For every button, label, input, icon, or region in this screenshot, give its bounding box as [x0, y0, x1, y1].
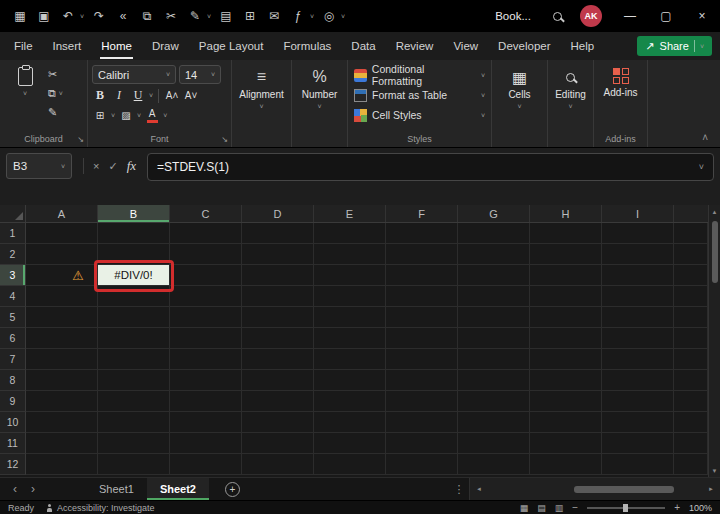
maximize-button[interactable]: ▢	[648, 0, 684, 32]
cell-F9[interactable]	[386, 391, 458, 412]
cell-E7[interactable]	[314, 349, 386, 370]
increase-font-button[interactable]: A˄	[164, 87, 180, 104]
redo-icon[interactable]: ↷	[87, 2, 111, 30]
cell-C1[interactable]	[170, 223, 242, 244]
cell-C3[interactable]	[170, 265, 242, 286]
menu-grid-icon[interactable]: ▦	[8, 2, 32, 30]
page-layout-view-icon[interactable]: ▤	[537, 503, 546, 513]
cell-C10[interactable]	[170, 412, 242, 433]
row-header-1[interactable]: 1	[0, 223, 26, 244]
cell-E9[interactable]	[314, 391, 386, 412]
font-dialog-launcher-icon[interactable]: ↘	[221, 135, 228, 144]
cell-E6[interactable]	[314, 328, 386, 349]
collapse-ribbon-icon[interactable]: ˄	[702, 132, 708, 143]
cell-G3[interactable]	[458, 265, 530, 286]
font-name-select[interactable]: Calibri ˅	[92, 65, 176, 84]
cell-C4[interactable]	[170, 286, 242, 307]
vertical-scrollbar-thumb[interactable]	[712, 221, 718, 283]
error-warning-icon[interactable]: ⚠	[69, 266, 87, 284]
minimize-button[interactable]: —	[612, 0, 648, 32]
accessibility-status[interactable]: Accessibility: Investigate	[46, 503, 155, 513]
tab-draw[interactable]: Draw	[142, 32, 189, 60]
record-macro-dropdown-icon[interactable]: ˅	[338, 2, 348, 30]
cell-F1[interactable]	[386, 223, 458, 244]
cell-C5[interactable]	[170, 307, 242, 328]
cell-B6[interactable]	[98, 328, 170, 349]
cell-E2[interactable]	[314, 244, 386, 265]
cell-A9[interactable]	[26, 391, 98, 412]
cell-F10[interactable]	[386, 412, 458, 433]
paste-button[interactable]: ˅	[8, 65, 42, 121]
tab-page-layout[interactable]: Page Layout	[189, 32, 274, 60]
cell-B10[interactable]	[98, 412, 170, 433]
column-header-G[interactable]: G	[458, 205, 530, 222]
cell-G7[interactable]	[458, 349, 530, 370]
horizontal-scrollbar[interactable]: ◄ ►	[469, 478, 720, 500]
cell-C12[interactable]	[170, 454, 242, 475]
tab-view[interactable]: View	[443, 32, 488, 60]
add-sheet-button[interactable]: +	[225, 482, 240, 497]
cell-D11[interactable]	[242, 433, 314, 454]
select-all-corner[interactable]	[0, 205, 26, 222]
editing-group-button[interactable]: Editing ˅	[548, 60, 594, 147]
alignment-group-button[interactable]: ≡ Alignment ˅	[232, 60, 292, 147]
italic-button[interactable]: I	[111, 87, 127, 104]
next-sheet-icon[interactable]: ›	[24, 478, 42, 500]
horizontal-scrollbar-thumb[interactable]	[574, 486, 674, 493]
tab-formulas[interactable]: Formulas	[273, 32, 341, 60]
name-box[interactable]: B3 ˅	[6, 153, 72, 179]
tab-file[interactable]: File	[4, 32, 43, 60]
number-group-button[interactable]: % Number ˅	[292, 60, 348, 147]
scroll-up-icon[interactable]: ▲	[709, 205, 720, 218]
cells-group-button[interactable]: ▦ Cells ˅	[492, 60, 548, 147]
row-header-8[interactable]: 8	[0, 370, 26, 391]
cell-C2[interactable]	[170, 244, 242, 265]
cell-H5[interactable]	[530, 307, 602, 328]
tab-review[interactable]: Review	[386, 32, 444, 60]
copy-button[interactable]: ⧉˅	[48, 84, 63, 102]
cell-A6[interactable]	[26, 328, 98, 349]
cell-F2[interactable]	[386, 244, 458, 265]
cell-B11[interactable]	[98, 433, 170, 454]
enter-button[interactable]: ✓	[108, 160, 117, 173]
cell-F6[interactable]	[386, 328, 458, 349]
page-break-view-icon[interactable]: ▥	[555, 503, 564, 513]
horizontal-scrollbar-track[interactable]	[486, 478, 704, 500]
cell-H12[interactable]	[530, 454, 602, 475]
cut-button[interactable]: ✂	[48, 65, 63, 83]
cell-F7[interactable]	[386, 349, 458, 370]
zoom-in-button[interactable]: +	[674, 502, 680, 513]
conditional-formatting-button[interactable]: Conditional Formatting ˅	[352, 65, 487, 85]
row-header-12[interactable]: 12	[0, 454, 26, 475]
cell-I1[interactable]	[602, 223, 674, 244]
fill-color-button[interactable]: ▨	[118, 107, 134, 124]
cell-D7[interactable]	[242, 349, 314, 370]
cell-G6[interactable]	[458, 328, 530, 349]
cell-A11[interactable]	[26, 433, 98, 454]
cell-G9[interactable]	[458, 391, 530, 412]
cell-H2[interactable]	[530, 244, 602, 265]
tab-insert[interactable]: Insert	[43, 32, 92, 60]
cell-G5[interactable]	[458, 307, 530, 328]
cell-C11[interactable]	[170, 433, 242, 454]
zoom-slider-thumb[interactable]	[623, 504, 628, 512]
row-header-9[interactable]: 9	[0, 391, 26, 412]
cell-E11[interactable]	[314, 433, 386, 454]
column-header-H[interactable]: H	[530, 205, 602, 222]
cell-C9[interactable]	[170, 391, 242, 412]
cell-E1[interactable]	[314, 223, 386, 244]
formula-input[interactable]: =STDEV.S(1) ˅	[147, 153, 714, 181]
cell-D6[interactable]	[242, 328, 314, 349]
cell-E10[interactable]	[314, 412, 386, 433]
cell-F4[interactable]	[386, 286, 458, 307]
tab-developer[interactable]: Developer	[488, 32, 560, 60]
cell-B1[interactable]	[98, 223, 170, 244]
cell-F11[interactable]	[386, 433, 458, 454]
cell-A7[interactable]	[26, 349, 98, 370]
row-header-6[interactable]: 6	[0, 328, 26, 349]
cell-styles-button[interactable]: Cell Styles ˅	[352, 105, 487, 125]
underline-button[interactable]: U	[130, 87, 146, 104]
cell-D3[interactable]	[242, 265, 314, 286]
tab-data[interactable]: Data	[341, 32, 385, 60]
cell-A4[interactable]	[26, 286, 98, 307]
